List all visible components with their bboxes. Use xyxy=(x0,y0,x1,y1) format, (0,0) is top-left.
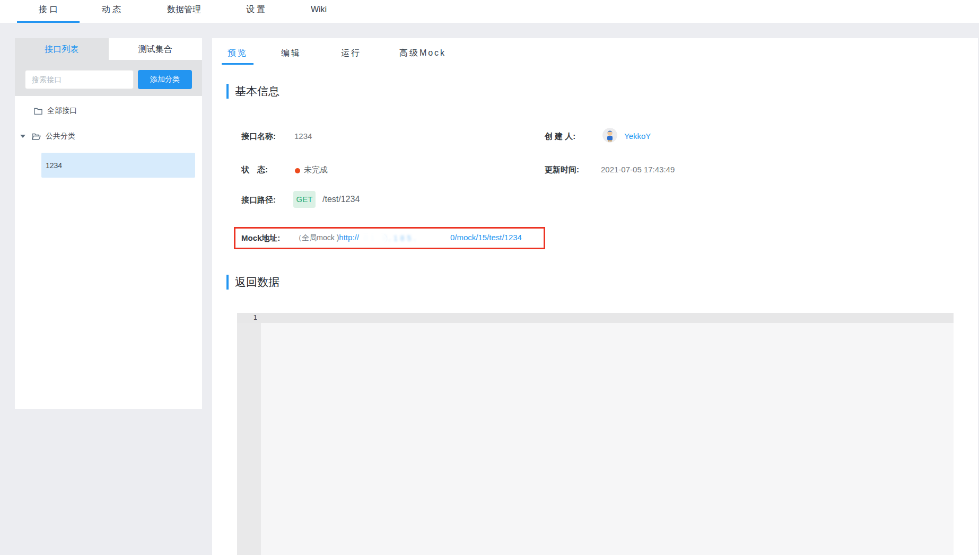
mock-url-end: 0/mock/15/test/1234 xyxy=(450,233,522,242)
mock-url-link[interactable]: http://.01.9.185.0/mock/15/test/1234 xyxy=(339,233,522,243)
editor-gutter xyxy=(237,313,261,555)
sidebar-header: 接口列表 测试集合 添加分类 xyxy=(15,38,202,96)
field-label-updated: 更新时间: xyxy=(545,165,579,175)
field-value-updated: 2021-07-05 17:43:49 xyxy=(601,165,675,174)
section-title-basic-info: 基本信息 xyxy=(226,84,279,99)
tree-item-1234-selected[interactable]: 1234 xyxy=(41,153,195,178)
censor-blob xyxy=(428,234,450,243)
main-panel: 预览 编辑 运行 高级Mock 基本信息 接口名称: 1234 创 建 人: Y… xyxy=(212,38,978,555)
nav-tab-settings[interactable]: 设 置 xyxy=(246,0,265,23)
field-value-name: 1234 xyxy=(294,132,312,141)
status-dot-icon xyxy=(295,168,300,173)
nav-tab-interface[interactable]: 接 口 xyxy=(39,0,58,23)
field-label-creator: 创 建 人: xyxy=(545,132,575,142)
field-label-path: 接口路径: xyxy=(241,195,276,205)
mock-url-start: http:// xyxy=(339,233,359,242)
tab-preview[interactable]: 预览 xyxy=(222,48,254,65)
tab-advanced-mock[interactable]: 高级Mock xyxy=(396,48,449,65)
field-label-name: 接口名称: xyxy=(241,132,276,142)
avatar[interactable] xyxy=(602,128,617,143)
sidebar-search-row: 添加分类 xyxy=(15,60,202,96)
search-input[interactable] xyxy=(25,70,134,89)
folder-icon xyxy=(34,107,42,115)
tree-item-public-category[interactable]: 公共分类 xyxy=(15,127,202,146)
censor-blob xyxy=(359,234,387,243)
nav-tab-data-mgmt[interactable]: 数据管理 xyxy=(167,0,201,23)
response-code-editor[interactable]: 1 xyxy=(237,313,954,555)
tab-edit[interactable]: 编辑 xyxy=(278,48,304,65)
editor-active-line xyxy=(237,313,954,323)
caret-down-icon[interactable] xyxy=(20,135,25,138)
sidebar: 接口列表 测试集合 添加分类 全部接口 xyxy=(15,38,202,408)
creator-user-link[interactable]: YekkoY xyxy=(624,132,651,141)
tree-item-all-interfaces[interactable]: 全部接口 xyxy=(15,101,202,120)
field-value-status: 未完成 xyxy=(304,165,328,175)
tree-item-label: 公共分类 xyxy=(46,132,75,141)
field-value-path: /test/1234 xyxy=(322,195,360,204)
field-label-mock: Mock地址: xyxy=(241,233,280,243)
nav-tab-dynamics[interactable]: 动 态 xyxy=(102,0,121,23)
nav-active-indicator xyxy=(17,21,80,23)
detail-tabs: 预览 编辑 运行 高级Mock xyxy=(212,38,978,66)
top-nav: 接 口 动 态 数据管理 设 置 Wiki xyxy=(0,0,979,23)
tree-item-label: 1234 xyxy=(46,161,62,170)
editor-line-number: 1 xyxy=(237,313,257,321)
tab-run[interactable]: 运行 xyxy=(338,48,364,65)
nav-tab-wiki[interactable]: Wiki xyxy=(311,0,327,23)
field-label-status: 状 态: xyxy=(241,165,268,175)
folder-open-icon xyxy=(32,133,41,140)
sidebar-tabs: 接口列表 测试集合 xyxy=(15,38,202,60)
sidebar-tab-interface-list[interactable]: 接口列表 xyxy=(15,38,109,60)
sidebar-tab-test-collection[interactable]: 测试集合 xyxy=(109,38,203,60)
tree-item-label: 全部接口 xyxy=(47,106,77,116)
add-category-button[interactable]: 添加分类 xyxy=(138,70,192,89)
interface-tree: 全部接口 公共分类 1234 xyxy=(15,96,202,409)
mock-address-annotation-box: Mock地址: （全局mock ) http://.01.9.185.0/moc… xyxy=(234,227,545,249)
page: 接 口 动 态 数据管理 设 置 Wiki 接口列表 测试集合 添加分类 xyxy=(0,0,979,560)
method-get-badge: GET xyxy=(293,191,316,208)
mock-url-censored-segment: .01.9.185. xyxy=(359,233,450,243)
mock-scope-note: （全局mock ) xyxy=(294,233,339,243)
section-title-response-data: 返回数据 xyxy=(226,275,279,290)
